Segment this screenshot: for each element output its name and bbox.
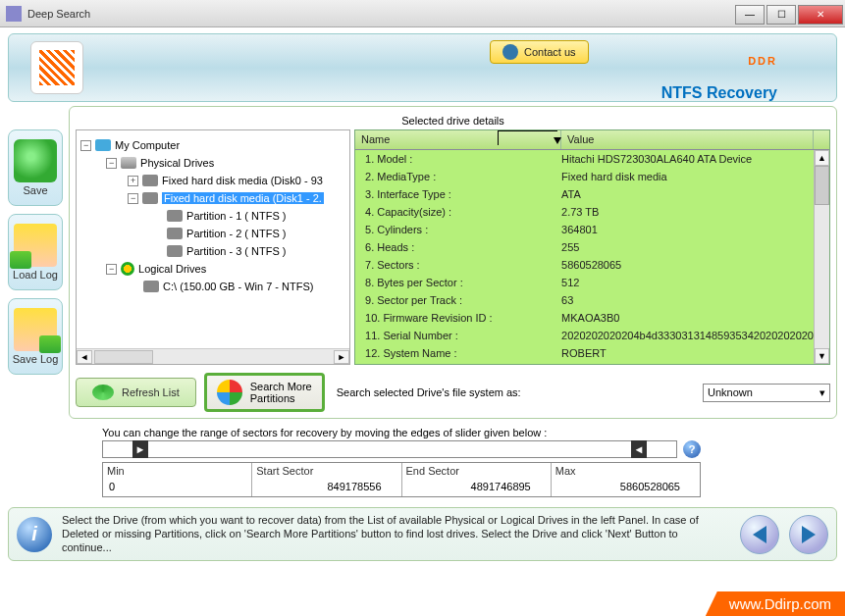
detail-name: 5. Cylinders : bbox=[355, 224, 561, 235]
contact-label: Contact us bbox=[524, 46, 576, 58]
arrow-left-icon bbox=[753, 526, 766, 543]
col-value-header[interactable]: Value bbox=[561, 130, 814, 149]
detail-name: 8. Bytes per Sector : bbox=[355, 277, 561, 288]
tree-node-partition1[interactable]: Partition - 1 ( NTFS ) bbox=[80, 207, 349, 225]
brand-subtitle: NTFS Recovery bbox=[661, 84, 777, 101]
partition-icon bbox=[167, 210, 183, 222]
detail-value: 2020202020204b4d333031314859353420202020… bbox=[561, 330, 814, 341]
watermark-url: www.Ddirp.com bbox=[706, 591, 845, 616]
max-header: Max bbox=[552, 463, 700, 479]
table-row[interactable]: 10. Firmware Revision ID :MKAOA3B0 bbox=[355, 309, 814, 327]
table-row[interactable]: 7. Sectors :5860528065 bbox=[355, 256, 814, 274]
computer-icon bbox=[95, 139, 111, 151]
tree-node-disk0[interactable]: +Fixed hard disk media (Disk0 - 93 bbox=[80, 172, 349, 189]
file-system-select[interactable]: Unknown ▾ bbox=[703, 384, 830, 402]
save-log-icon bbox=[14, 308, 57, 351]
contact-us-button[interactable]: Contact us bbox=[490, 40, 589, 64]
save-button[interactable]: Save bbox=[8, 129, 63, 206]
detail-value: 2.73 TB bbox=[561, 206, 814, 218]
tree-node-physical-drives[interactable]: −Physical Drives bbox=[80, 154, 349, 172]
details-rows: 1. Model :Hitachi HDS723030ALA640 ATA De… bbox=[355, 150, 814, 364]
disk-icon bbox=[142, 175, 158, 186]
app-icon bbox=[6, 6, 22, 22]
tree-node-c-drive[interactable]: C:\ (150.00 GB - Win 7 - NTFS) bbox=[80, 278, 349, 295]
close-button[interactable]: ✕ bbox=[798, 5, 843, 25]
table-row[interactable]: 11. Serial Number :2020202020204b4d33303… bbox=[355, 327, 814, 344]
search-more-partitions-button[interactable]: Search MorePartitions bbox=[204, 373, 325, 412]
load-log-button[interactable]: Load Log bbox=[8, 214, 63, 290]
file-system-label: Search selected Drive's file system as: bbox=[337, 386, 521, 398]
start-sector-value: 849178556 bbox=[252, 479, 400, 496]
scroll-right-icon[interactable]: ► bbox=[334, 350, 349, 364]
max-value: 5860528065 bbox=[552, 479, 700, 496]
table-row[interactable]: 9. Sector per Track :63 bbox=[355, 291, 814, 309]
disk-icon bbox=[142, 192, 158, 204]
end-sector-value: 4891746895 bbox=[402, 479, 551, 496]
start-sector-header: Start Sector bbox=[252, 463, 400, 479]
table-row[interactable]: 8. Bytes per Sector :512 bbox=[355, 274, 814, 291]
tree-horizontal-scrollbar[interactable]: ◄ ► bbox=[77, 348, 349, 364]
tree-node-my-computer[interactable]: −My Computer bbox=[80, 136, 349, 154]
logical-drives-icon bbox=[121, 262, 134, 276]
color-wheel-icon bbox=[217, 380, 242, 405]
tree-node-partition3[interactable]: Partition - 3 ( NTFS ) bbox=[80, 242, 349, 260]
detail-name: 9. Sector per Track : bbox=[355, 294, 561, 306]
minimize-button[interactable]: — bbox=[735, 5, 765, 25]
back-button[interactable] bbox=[740, 515, 779, 554]
detail-name: 4. Capacity(size) : bbox=[355, 206, 561, 218]
sector-range-table: Min0 Start Sector849178556 End Sector489… bbox=[102, 462, 701, 497]
window-title: Deep Search bbox=[27, 8, 735, 20]
selected-drive-heading: Selected drive details bbox=[76, 113, 830, 128]
detail-name: 6. Heads : bbox=[355, 241, 561, 253]
save-log-label: Save Log bbox=[13, 353, 58, 365]
drive-details-panel: Name Value 1. Model :Hitachi HDS723030AL… bbox=[354, 129, 830, 365]
detail-name: 3. Interface Type : bbox=[355, 188, 561, 200]
help-icon[interactable]: ? bbox=[683, 440, 701, 458]
detail-value: 5860528065 bbox=[561, 259, 814, 271]
brand-logo: DDR NTFS Recovery bbox=[661, 38, 777, 105]
min-header: Min bbox=[103, 463, 251, 479]
detail-value: 63 bbox=[561, 294, 814, 306]
table-row[interactable]: 2. MediaType :Fixed hard disk media bbox=[355, 168, 814, 185]
table-row[interactable]: 1. Model :Hitachi HDS723030ALA640 ATA De… bbox=[355, 150, 814, 168]
scroll-up-icon[interactable]: ▲ bbox=[815, 150, 829, 166]
sector-range-slider[interactable]: ► ◄ bbox=[102, 440, 677, 458]
table-row[interactable]: 12. System Name :ROBERT bbox=[355, 344, 814, 362]
save-label: Save bbox=[23, 184, 47, 196]
info-icon: i bbox=[17, 517, 52, 552]
load-log-icon bbox=[14, 224, 57, 267]
volume-icon bbox=[143, 281, 159, 292]
maximize-button[interactable]: ☐ bbox=[766, 5, 796, 25]
tree-node-logical-drives[interactable]: −Logical Drives bbox=[80, 260, 349, 278]
detail-name: 1. Model : bbox=[355, 153, 561, 165]
table-row[interactable]: 3. Interface Type :ATA bbox=[355, 185, 814, 203]
table-row[interactable]: 5. Cylinders :364801 bbox=[355, 221, 814, 238]
details-header: Name Value bbox=[355, 130, 829, 150]
scroll-thumb[interactable] bbox=[815, 166, 829, 205]
scroll-thumb[interactable] bbox=[94, 350, 153, 364]
table-row[interactable]: 6. Heads :255 bbox=[355, 238, 814, 256]
details-vertical-scrollbar[interactable]: ▲ ▼ bbox=[814, 150, 829, 364]
file-system-value: Unknown bbox=[708, 386, 753, 398]
chevron-down-icon: ▾ bbox=[819, 386, 825, 399]
header-band: Contact us DDR NTFS Recovery bbox=[8, 33, 837, 102]
drive-tree[interactable]: −My Computer −Physical Drives +Fixed har… bbox=[76, 129, 350, 365]
save-log-button[interactable]: Save Log bbox=[8, 298, 63, 375]
detail-value: 364801 bbox=[561, 224, 814, 235]
refresh-list-button[interactable]: Refresh List bbox=[76, 378, 196, 407]
detail-value: Fixed hard disk media bbox=[561, 171, 814, 182]
detail-name: 7. Sectors : bbox=[355, 259, 561, 271]
slider-handle-right[interactable]: ◄ bbox=[631, 440, 647, 458]
scroll-left-icon[interactable]: ◄ bbox=[77, 350, 92, 364]
tree-node-partition2[interactable]: Partition - 2 ( NTFS ) bbox=[80, 225, 349, 242]
person-icon bbox=[502, 44, 518, 60]
tree-node-disk1[interactable]: −Fixed hard disk media (Disk1 - 2. bbox=[80, 189, 349, 207]
detail-name: 2. MediaType : bbox=[355, 171, 561, 182]
detail-name: 11. Serial Number : bbox=[355, 330, 561, 341]
next-button[interactable] bbox=[789, 515, 828, 554]
scroll-down-icon[interactable]: ▼ bbox=[815, 348, 829, 364]
detail-name: 12. System Name : bbox=[355, 347, 561, 359]
table-row[interactable]: 4. Capacity(size) :2.73 TB bbox=[355, 203, 814, 221]
slider-handle-left[interactable]: ► bbox=[132, 440, 148, 458]
search-more-label: Search MorePartitions bbox=[250, 381, 312, 404]
